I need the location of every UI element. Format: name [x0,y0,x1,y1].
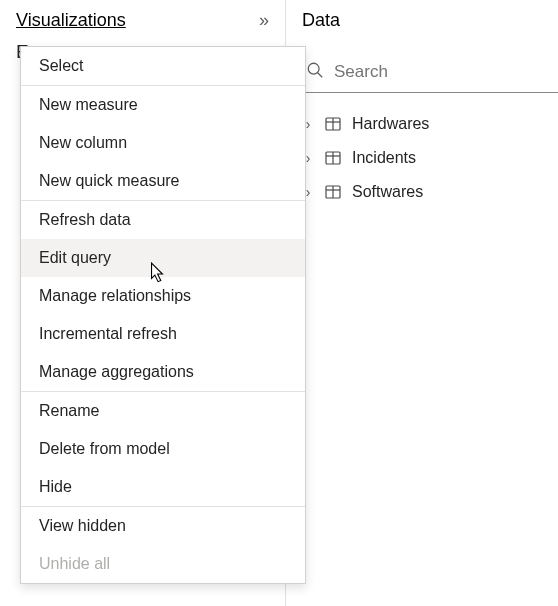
context-menu-item[interactable]: Delete from model [21,430,305,468]
context-menu-item[interactable]: Manage relationships [21,277,305,315]
context-menu-item[interactable]: New column [21,124,305,162]
context-menu: SelectNew measureNew columnNew quick mea… [20,46,306,584]
data-header: Data [286,0,558,39]
table-icon [324,183,342,201]
context-menu-item[interactable]: Select [21,47,305,85]
collapse-pane-icon[interactable]: » [259,10,273,31]
context-menu-item[interactable]: Edit query [21,239,305,277]
search-field[interactable] [286,53,558,93]
visualizations-header: Visualizations » [0,0,285,39]
table-icon [324,115,342,133]
table-icon [324,149,342,167]
visualizations-title: Visualizations [16,10,126,31]
tables-tree: › Hardwares › Incidents › [286,93,558,209]
context-menu-item[interactable]: Refresh data [21,201,305,239]
context-menu-item[interactable]: New measure [21,86,305,124]
data-pane: Data › Hardwares › I [286,0,558,606]
context-menu-item[interactable]: Incremental refresh [21,315,305,353]
table-label: Softwares [352,183,423,201]
svg-line-1 [318,73,323,78]
context-menu-item[interactable]: Manage aggregations [21,353,305,391]
svg-point-0 [308,63,319,74]
context-menu-item[interactable]: Hide [21,468,305,506]
data-title: Data [302,10,340,31]
search-icon [306,61,324,82]
table-item[interactable]: › Incidents [298,141,546,175]
table-item[interactable]: › Softwares [298,175,546,209]
context-menu-item[interactable]: Rename [21,392,305,430]
search-input[interactable] [334,62,546,82]
context-menu-item[interactable]: View hidden [21,507,305,545]
context-menu-item: Unhide all [21,545,305,583]
table-item[interactable]: › Hardwares [298,107,546,141]
table-label: Incidents [352,149,416,167]
table-label: Hardwares [352,115,429,133]
context-menu-item[interactable]: New quick measure [21,162,305,200]
